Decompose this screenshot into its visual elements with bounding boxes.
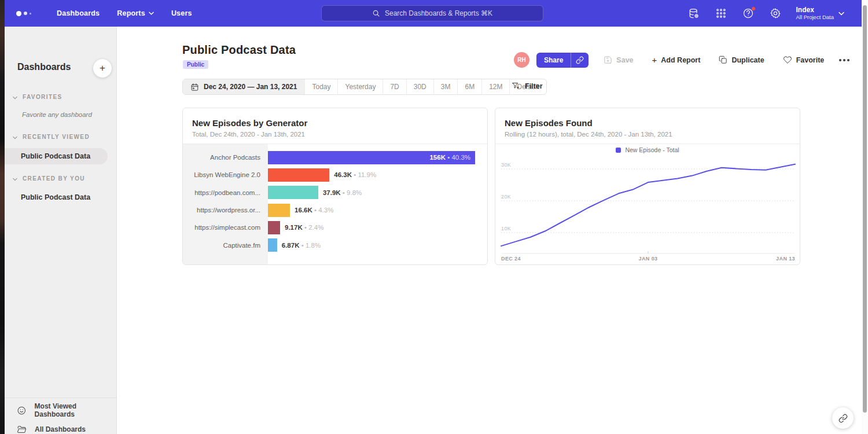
chevron-down-icon <box>13 91 17 102</box>
add-report-button[interactable]: + Add Report <box>652 55 701 65</box>
page-title: Public Podcast Data <box>182 43 296 57</box>
folder-icon <box>17 425 27 434</box>
bar[interactable] <box>268 221 280 234</box>
card-subtitle: Total, Dec 24th, 2020 - Jan 13th, 2021 <box>192 131 305 138</box>
divider <box>495 144 800 144</box>
apps-grid-icon[interactable] <box>715 7 727 20</box>
filter-funnel-icon <box>512 82 520 90</box>
avatar[interactable]: RH <box>514 52 529 68</box>
heart-icon <box>783 56 792 64</box>
search-placeholder: Search Dashboards & Reports ⌘K <box>385 9 492 17</box>
most-viewed-dashboards-button[interactable]: Most Viewed Dashboards <box>5 402 116 419</box>
bar-row[interactable]: https://simplecast.com 9.17K • 2.4% <box>183 219 487 236</box>
project-name: Index <box>796 6 834 14</box>
preset-yesterday[interactable]: Yesterday <box>337 79 382 94</box>
preset-6m[interactable]: 6M <box>457 79 481 94</box>
chevron-down-icon <box>838 12 844 16</box>
line-chart-plot[interactable]: 30K 20K 10K <box>501 157 795 254</box>
bar-row[interactable]: Captivate.fm 6.87K • 1.8% <box>183 236 487 253</box>
bar-row[interactable]: https://wordpress.or... 16.6K • 4.3% <box>183 201 487 219</box>
preset-30d[interactable]: 30D <box>406 79 433 94</box>
section-created-by-you[interactable]: CREATED BY YOU <box>5 173 85 183</box>
x-tick-jan03: JAN 03 <box>639 256 658 262</box>
date-range-picker[interactable]: Dec 24, 2020 — Jan 13, 2021 <box>183 79 304 94</box>
notification-badge <box>751 6 756 11</box>
project-subtitle: All Project Data <box>796 14 834 21</box>
settings-gear-icon[interactable] <box>769 7 782 20</box>
duplicate-button[interactable]: Duplicate <box>719 56 764 64</box>
preset-12m[interactable]: 12M <box>481 79 509 94</box>
section-favorites[interactable]: FAVORITES <box>5 91 62 102</box>
search-icon <box>372 9 380 17</box>
add-dashboard-button[interactable]: + <box>93 59 112 78</box>
share-link-icon[interactable] <box>571 53 589 68</box>
favorites-placeholder: Favorite any dashboard <box>22 111 92 118</box>
sidebar-item-public-podcast-data[interactable]: Public Podcast Data <box>5 148 108 164</box>
section-recently-viewed[interactable]: RECENTLY VIEWED <box>5 131 90 142</box>
divider <box>5 398 117 398</box>
project-selector[interactable]: Index All Project Data <box>796 6 844 21</box>
bar[interactable]: 156K • 40.3% <box>268 151 475 164</box>
bar-chart: Anchor Podcasts 156K • 40.3% Libsyn WebE… <box>183 144 487 264</box>
x-tick-jan13: JAN 13 <box>776 256 795 262</box>
smiley-icon <box>17 406 27 415</box>
y-tick-10k: 10K <box>501 226 511 231</box>
preset-3m[interactable]: 3M <box>433 79 458 94</box>
bar[interactable] <box>268 168 329 182</box>
legend-label: New Episode - Total <box>625 146 679 153</box>
sidebar-title: Dashboards <box>17 62 71 72</box>
nav-reports[interactable]: Reports <box>117 9 154 17</box>
bar-row[interactable]: Anchor Podcasts 156K • 40.3% <box>183 149 487 166</box>
search-input[interactable]: Search Dashboards & Reports ⌘K <box>321 5 543 21</box>
help-icon[interactable] <box>742 7 755 20</box>
chevron-down-icon <box>13 131 17 142</box>
scrollbar-track <box>862 0 868 434</box>
date-range-control: Dec 24, 2020 — Jan 13, 2021 Today Yester… <box>182 79 547 95</box>
sidebar-item-public-podcast-data-created[interactable]: Public Podcast Data <box>5 189 90 205</box>
copy-icon <box>719 56 727 64</box>
nav-dashboards[interactable]: Dashboards <box>57 9 100 17</box>
data-management-icon[interactable] <box>687 7 700 20</box>
card-new-episodes-found[interactable]: New Episodes Found Rolling (12 hours), t… <box>495 108 800 265</box>
mixpanel-logo-icon[interactable] <box>16 11 39 16</box>
copy-link-floating-button[interactable] <box>832 407 854 429</box>
top-navbar: Dashboards Reports Users Search Dashboar… <box>5 0 862 27</box>
bar[interactable] <box>268 238 277 252</box>
preset-today[interactable]: Today <box>304 79 337 94</box>
background-window-strip <box>0 0 5 434</box>
chevron-down-icon <box>13 173 17 183</box>
bar-row[interactable]: Libsyn WebEngine 2.0 46.3K • 11.9% <box>183 166 487 183</box>
chart-legend[interactable]: New Episode - Total <box>495 146 800 153</box>
save-button[interactable]: Save <box>604 56 633 64</box>
bar[interactable] <box>268 186 318 199</box>
share-button[interactable]: Share <box>536 53 589 68</box>
preset-7d[interactable]: 7D <box>382 79 406 94</box>
link-icon <box>838 414 848 423</box>
scrollbar-thumb[interactable] <box>863 5 867 413</box>
save-icon <box>604 56 612 64</box>
more-options-button[interactable] <box>839 59 849 61</box>
bar[interactable] <box>268 204 290 217</box>
bar-row[interactable]: https://podbean.com... 37.9K • 9.8% <box>183 184 487 201</box>
card-title: New Episodes Found <box>505 118 593 128</box>
legend-swatch <box>616 148 621 153</box>
plus-icon: + <box>652 55 657 65</box>
favorite-button[interactable]: Favorite <box>783 56 825 64</box>
x-tick-dec24: DEC 24 <box>501 256 521 262</box>
public-badge: Public <box>183 60 208 69</box>
card-new-episodes-by-generator[interactable]: New Episodes by Generator Total, Dec 24t… <box>182 108 488 265</box>
y-tick-20k: 20K <box>501 194 511 200</box>
filter-button[interactable]: Filter <box>512 82 543 90</box>
all-dashboards-button[interactable]: All Dashboards <box>5 421 86 434</box>
sidebar: Dashboards + FAVORITES Favorite any dash… <box>5 27 117 434</box>
action-bar: RH Share Save + Add Report Duplicate Fav… <box>514 52 849 68</box>
calendar-icon <box>190 83 199 91</box>
card-subtitle: Rolling (12 hours), total, Dec 24th, 202… <box>505 131 672 138</box>
y-tick-30k: 30K <box>501 162 511 168</box>
chevron-down-icon <box>149 12 154 15</box>
nav-users[interactable]: Users <box>171 9 192 17</box>
card-title: New Episodes by Generator <box>192 118 307 128</box>
